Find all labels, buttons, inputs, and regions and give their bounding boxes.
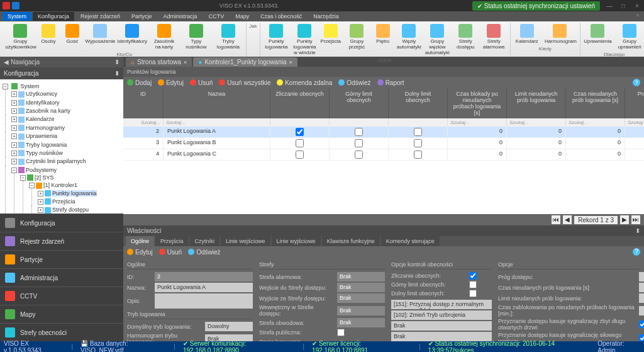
strefa-pub-check[interactable] <box>337 329 345 336</box>
props-tab-linie-wyj[interactable]: Linie wyjściowe <box>272 236 321 246</box>
tree-node[interactable]: Zasobnik na karty <box>26 108 70 114</box>
tab-strona-startowa[interactable]: ⌂ Strona startowa × <box>126 57 192 67</box>
filter-prog[interactable]: Szukaj... <box>625 118 644 127</box>
col-czas-blokady[interactable]: Czas blokady po nieudanych próbach logow… <box>448 88 507 118</box>
help-icon[interactable]: ? <box>633 79 640 86</box>
ribbon-button[interactable]: Punkty logowania <box>263 23 290 57</box>
close-tab-icon[interactable]: × <box>289 59 292 65</box>
wewn-field[interactable]: Brak <box>337 306 385 315</box>
ribbon-button[interactable]: Uprawnienia <box>583 23 613 51</box>
col-dolny[interactable]: Dolny limit obecnych <box>389 88 448 118</box>
left-nav-item[interactable]: Partycje <box>0 250 123 268</box>
id-field[interactable]: 2 <box>155 272 253 281</box>
left-nav-item[interactable]: Administracja <box>0 268 123 287</box>
props-edit-button[interactable]: Edytuj <box>127 249 153 256</box>
checkbox[interactable] <box>296 150 304 159</box>
tree-node[interactable]: Użytkownicy <box>26 91 57 97</box>
ribbon-button[interactable]: Typy nośników <box>180 23 211 51</box>
tree-node[interactable]: Czytniki linii papilarnych <box>26 158 86 164</box>
checkbox[interactable] <box>296 139 304 147</box>
tree-toggle[interactable]: + <box>38 207 43 213</box>
close-tab-icon[interactable]: × <box>184 59 187 65</box>
menu-konfiguracja[interactable]: Konfiguracja <box>33 12 74 21</box>
gorny-check[interactable] <box>469 281 477 288</box>
maximize-button[interactable]: □ <box>619 3 628 9</box>
tree-toggle[interactable]: + <box>11 108 17 114</box>
col-prog[interactable]: Próg dostępu <box>625 88 644 118</box>
ribbon-button[interactable]: Grupy użytkowników <box>5 23 36 51</box>
filter-limit[interactable]: Szukaj... <box>507 118 566 127</box>
props-tab-komendy[interactable]: Komendy sterujące <box>381 236 440 246</box>
tree-toggle[interactable]: + <box>11 125 17 131</box>
prog-field[interactable]: 1 <box>639 272 644 281</box>
props-help-icon[interactable]: ? <box>633 248 640 256</box>
tree-toggle[interactable]: + <box>11 142 17 148</box>
table-row[interactable]: 3 Punkt Logowania B 0 0 0 Brak <box>123 138 644 149</box>
przyzn1-check[interactable] <box>639 321 644 328</box>
ribbon-button[interactable]: Strefy dostępu <box>452 23 479 57</box>
filter-cnp[interactable]: Szukaj... <box>566 118 625 127</box>
menu-czas[interactable]: Czas i obecność <box>255 12 307 21</box>
checkbox[interactable] <box>355 128 363 136</box>
czas-nieu-field[interactable]: Brak <box>639 283 644 292</box>
delete-button[interactable]: Usuń <box>190 79 213 86</box>
filter-zlicz[interactable] <box>270 118 330 127</box>
left-nav-item[interactable]: CCTV <box>0 287 123 305</box>
menu-administracja[interactable]: Administracja <box>158 12 203 21</box>
tree-toggle[interactable]: + <box>38 191 43 196</box>
podw-val2[interactable]: Brak <box>391 321 492 331</box>
log-spec-val2[interactable]: [102]: Zmień Tryb uzbrojenia <box>391 310 492 320</box>
ribbon-button[interactable]: Grupy węzłów automatyki <box>424 23 451 57</box>
save-icon[interactable] <box>12 2 19 9</box>
props-tab-klawisze[interactable]: Klawisze funkcyjne <box>322 236 380 246</box>
nav-next[interactable]: ▶ <box>620 215 629 224</box>
checkbox[interactable] <box>414 128 422 136</box>
filter-gorny[interactable] <box>330 118 389 127</box>
wejscie-field[interactable]: Brak <box>337 283 385 292</box>
ribbon-button[interactable]: Grupy uprawnień <box>614 23 644 51</box>
col-limit[interactable]: Limit nieudanych prób logowania <box>507 88 566 118</box>
ribbon-button[interactable]: Gość <box>61 23 84 51</box>
ribbon-button[interactable]: Punkty logowania w windzie <box>291 23 318 57</box>
menu-rejestr[interactable]: Rejestr zdarzeń <box>75 12 125 21</box>
tree-toggle[interactable]: + <box>11 150 17 156</box>
left-nav-item[interactable]: Konfiguracja <box>0 213 123 232</box>
ribbon-button[interactable]: Grupy przejść <box>343 23 370 57</box>
checkbox[interactable] <box>414 150 422 159</box>
left-nav-item[interactable]: Strefy obecności <box>0 323 123 341</box>
tree-node-sys[interactable]: [2] SYS <box>35 174 54 181</box>
tree-node[interactable]: Strefy dostępu <box>52 207 89 213</box>
tree-node[interactable]: Uprawnienia <box>26 133 57 139</box>
filter-czas[interactable]: Szukaj... <box>448 118 507 127</box>
collapse-props-icon[interactable]: ⬍ <box>635 227 640 234</box>
checkbox[interactable] <box>355 139 363 147</box>
collapse-nav-icon[interactable]: ⬍ <box>114 59 119 65</box>
ribbon-button[interactable]: Przejścia <box>319 23 342 57</box>
tree-toggle[interactable]: + <box>11 100 17 106</box>
tree-node[interactable]: Identyfikatory <box>26 99 60 106</box>
limit-nieu-field[interactable]: 0 <box>639 293 644 303</box>
ribbon-button[interactable]: Węzły automatyki <box>396 23 423 57</box>
col-gorny[interactable]: Górny limit obecnych <box>330 88 389 118</box>
menu-system[interactable]: System <box>3 12 31 21</box>
filter-nazwa[interactable]: Szukaj... <box>164 118 270 127</box>
menu-partycje[interactable]: Partycje <box>126 12 157 21</box>
tree-node[interactable]: Tryby logowania <box>26 142 67 148</box>
strefa-alarm-field[interactable]: Brak <box>337 272 385 281</box>
menu-narzedzia[interactable]: Narzędzia <box>308 12 344 21</box>
checkbox[interactable] <box>355 150 363 159</box>
tree-toggle[interactable]: + <box>11 133 17 139</box>
czas-zab-field[interactable]: 0 <box>639 306 644 315</box>
zlicz-check[interactable] <box>469 272 477 280</box>
tree-toggle[interactable]: − <box>29 183 35 188</box>
add-button[interactable]: Dodaj <box>127 79 152 86</box>
props-tab-ogolne[interactable]: Ogólne <box>126 236 154 246</box>
props-delete-button[interactable]: Usuń <box>159 249 182 256</box>
refresh-button[interactable]: Odśwież <box>338 79 370 86</box>
tree-toggle[interactable]: + <box>11 91 17 97</box>
dolny-check[interactable] <box>469 290 477 297</box>
ribbon-button[interactable]: Osoby <box>37 23 60 51</box>
tree-toggle[interactable]: − <box>11 167 17 173</box>
tree-root[interactable]: System <box>21 83 40 89</box>
col-nazwa[interactable]: Nazwa <box>164 88 270 118</box>
